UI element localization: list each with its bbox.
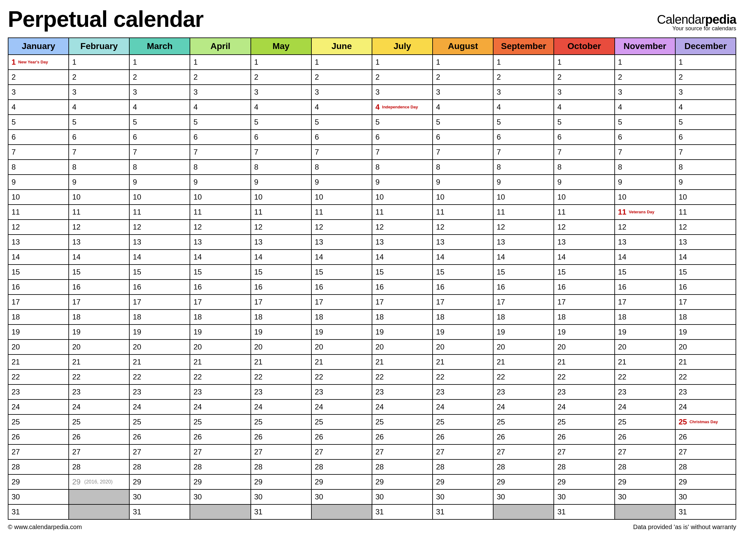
day-number: 5 bbox=[133, 118, 137, 126]
day-number: 14 bbox=[133, 253, 141, 261]
day-cell: 30 bbox=[190, 489, 251, 505]
day-cell: 23 bbox=[554, 384, 615, 400]
day-cell bbox=[190, 505, 251, 519]
table-row: 282828282828282828282828 bbox=[8, 459, 736, 475]
day-cell: 31 bbox=[251, 505, 311, 519]
day-number: 24 bbox=[679, 403, 687, 411]
day-cell: 8 bbox=[8, 160, 69, 175]
day-cell: 30 bbox=[554, 489, 615, 505]
day-number: 17 bbox=[436, 298, 444, 306]
day-number: 7 bbox=[375, 148, 379, 156]
day-cell: 16 bbox=[433, 279, 493, 295]
day-cell: 9 bbox=[554, 175, 615, 190]
day-number: 27 bbox=[72, 448, 81, 456]
table-row: 3030303030303030303030 bbox=[8, 489, 736, 505]
day-cell: 13 bbox=[493, 234, 554, 250]
day-number: 11 bbox=[436, 208, 444, 216]
day-number: 9 bbox=[375, 178, 379, 186]
day-number: 17 bbox=[618, 298, 627, 306]
day-cell: 22 bbox=[69, 370, 129, 384]
day-number: 1 bbox=[497, 59, 501, 66]
day-cell: 28 bbox=[554, 459, 615, 475]
day-number: 31 bbox=[254, 508, 263, 516]
day-cell: 20 bbox=[311, 339, 372, 354]
day-number: 23 bbox=[254, 388, 263, 396]
day-number: 8 bbox=[193, 163, 197, 171]
day-number: 12 bbox=[618, 223, 627, 231]
day-cell: 16 bbox=[675, 279, 736, 295]
day-number: 12 bbox=[497, 223, 505, 231]
day-cell: 21 bbox=[8, 354, 69, 370]
day-number: 7 bbox=[72, 148, 76, 156]
day-cell: 9 bbox=[8, 175, 69, 190]
holiday-label: Veterans Day bbox=[629, 210, 672, 214]
day-cell: 16 bbox=[69, 279, 129, 295]
day-number: 30 bbox=[315, 493, 323, 501]
day-number: 27 bbox=[679, 448, 687, 456]
day-number: 25 bbox=[133, 418, 141, 426]
day-number: 16 bbox=[557, 283, 566, 291]
day-number: 19 bbox=[193, 328, 202, 336]
day-number: 4 bbox=[315, 103, 319, 111]
day-cell: 19 bbox=[8, 325, 69, 339]
day-number: 21 bbox=[436, 358, 444, 366]
day-cell: 3 bbox=[190, 85, 251, 100]
day-cell: 29 bbox=[493, 475, 554, 489]
day-cell: 14 bbox=[675, 250, 736, 265]
day-number: 11 bbox=[375, 208, 384, 216]
day-cell: 31 bbox=[433, 505, 493, 519]
day-cell: 16 bbox=[493, 279, 554, 295]
day-cell: 19 bbox=[251, 325, 311, 339]
day-cell: 19 bbox=[69, 325, 129, 339]
day-number: 24 bbox=[557, 403, 566, 411]
day-number: 18 bbox=[557, 313, 566, 321]
day-number: 12 bbox=[133, 223, 141, 231]
day-cell: 26 bbox=[675, 430, 736, 444]
day-number: 20 bbox=[375, 343, 384, 351]
day-number: 12 bbox=[254, 223, 263, 231]
day-cell: 30 bbox=[615, 489, 675, 505]
day-number: 8 bbox=[72, 163, 76, 171]
day-cell: 15 bbox=[615, 265, 675, 279]
day-cell: 4 bbox=[190, 100, 251, 115]
day-number: 20 bbox=[557, 343, 566, 351]
day-number: 21 bbox=[133, 358, 141, 366]
day-cell: 27 bbox=[615, 444, 675, 459]
day-cell: 11 bbox=[190, 204, 251, 220]
day-cell: 8 bbox=[190, 160, 251, 175]
day-number: 20 bbox=[11, 343, 20, 351]
day-cell: 6 bbox=[554, 129, 615, 145]
table-row: 4444444Independence Day44444 bbox=[8, 100, 736, 115]
month-header-march: March bbox=[129, 38, 190, 55]
day-number: 14 bbox=[72, 253, 81, 261]
day-number: 23 bbox=[497, 388, 505, 396]
page-title: Perpetual calendar bbox=[8, 6, 203, 32]
day-cell: 8 bbox=[433, 160, 493, 175]
day-cell: 3 bbox=[615, 85, 675, 100]
day-cell: 28 bbox=[8, 459, 69, 475]
day-number: 14 bbox=[497, 253, 505, 261]
table-row: 141414141414141414141414 bbox=[8, 250, 736, 265]
day-number: 12 bbox=[11, 223, 20, 231]
day-number: 6 bbox=[679, 134, 683, 141]
day-cell: 15 bbox=[190, 265, 251, 279]
day-cell: 5 bbox=[615, 115, 675, 129]
day-cell: 4 bbox=[69, 100, 129, 115]
day-cell: 6 bbox=[493, 129, 554, 145]
day-cell: 8 bbox=[615, 160, 675, 175]
day-number: 1 bbox=[557, 59, 561, 66]
day-cell: 26 bbox=[433, 430, 493, 444]
day-cell: 25 bbox=[433, 414, 493, 430]
day-number: 30 bbox=[375, 493, 384, 501]
day-cell: 18 bbox=[311, 309, 372, 325]
day-cell: 1 bbox=[69, 55, 129, 70]
day-number: 28 bbox=[11, 463, 20, 471]
day-number: 12 bbox=[557, 223, 566, 231]
day-number: 19 bbox=[497, 328, 505, 336]
day-cell: 10 bbox=[433, 190, 493, 204]
day-number: 15 bbox=[557, 268, 566, 276]
day-cell: 25 bbox=[615, 414, 675, 430]
day-cell: 19 bbox=[129, 325, 190, 339]
holiday-label: Christmas Day bbox=[689, 420, 733, 424]
day-number: 23 bbox=[72, 388, 81, 396]
